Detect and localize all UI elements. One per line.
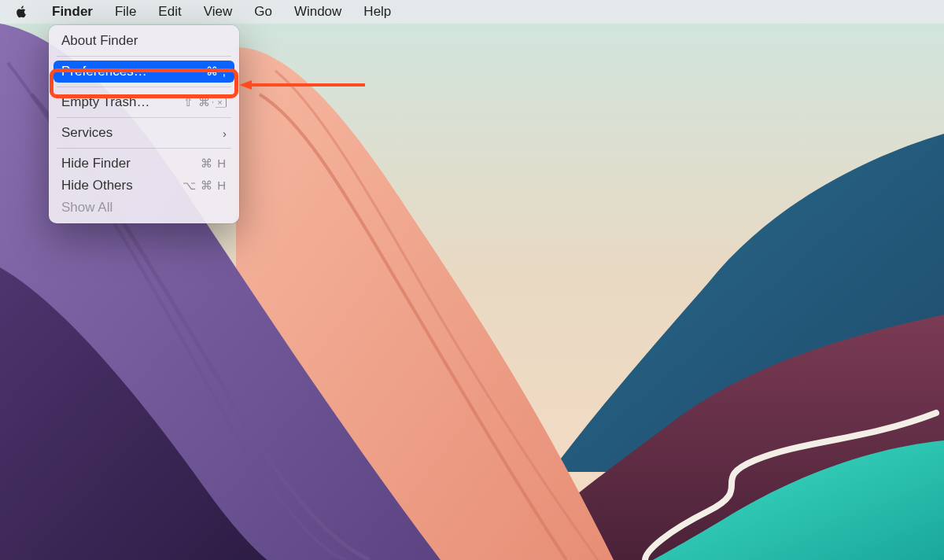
menu-item-hide-finder[interactable]: Hide Finder ⌘ H (49, 153, 239, 175)
menu-item-services[interactable]: Services › (49, 122, 239, 144)
shortcut-label: ⌘ , (206, 64, 227, 79)
menu-view[interactable]: View (193, 0, 244, 24)
menu-file[interactable]: File (104, 0, 147, 24)
menu-go[interactable]: Go (243, 0, 283, 24)
menu-label: Go (254, 4, 272, 19)
shortcut-label: ⌥ ⌘ H (183, 179, 227, 193)
backspace-icon (212, 98, 227, 108)
menu-label: Window (294, 4, 341, 19)
menu-label: Edit (158, 4, 181, 19)
finder-menu-dropdown: About Finder Preferences… ⌘ , Empty Tras… (49, 25, 239, 223)
menu-edit[interactable]: Edit (147, 0, 192, 24)
menu-item-label: About Finder (61, 33, 138, 49)
menu-item-label: Preferences… (61, 64, 147, 79)
menu-item-label: Hide Finder (61, 156, 131, 171)
chevron-right-icon: › (223, 127, 227, 140)
menu-window[interactable]: Window (283, 0, 352, 24)
menu-separator (57, 148, 231, 149)
menu-bar: Finder File Edit View Go Window Help (0, 0, 944, 24)
menu-item-preferences[interactable]: Preferences… ⌘ , (53, 61, 234, 83)
menu-label: Finder (52, 4, 93, 19)
menu-item-hide-others[interactable]: Hide Others ⌥ ⌘ H (49, 175, 239, 197)
menu-item-label: Show All (61, 200, 112, 216)
menu-item-label: Services (61, 125, 112, 141)
apple-menu-icon[interactable] (11, 5, 31, 19)
menu-label: File (115, 4, 136, 19)
menu-help[interactable]: Help (352, 0, 402, 24)
menu-separator (57, 87, 231, 87)
menu-item-show-all: Show All (49, 197, 239, 219)
menu-item-about-finder[interactable]: About Finder (49, 30, 239, 52)
menu-item-empty-trash[interactable]: Empty Trash… ⇧ ⌘ (49, 91, 239, 113)
menu-finder[interactable]: Finder (41, 0, 104, 24)
menu-item-label: Hide Others (61, 178, 133, 193)
menu-item-label: Empty Trash… (61, 94, 149, 110)
menu-separator (57, 56, 231, 57)
shortcut-label: ⌘ H (201, 157, 227, 171)
menu-label: View (204, 4, 233, 19)
menu-label: Help (363, 4, 391, 19)
shortcut-label: ⇧ ⌘ (183, 95, 227, 109)
menu-separator (57, 117, 231, 118)
